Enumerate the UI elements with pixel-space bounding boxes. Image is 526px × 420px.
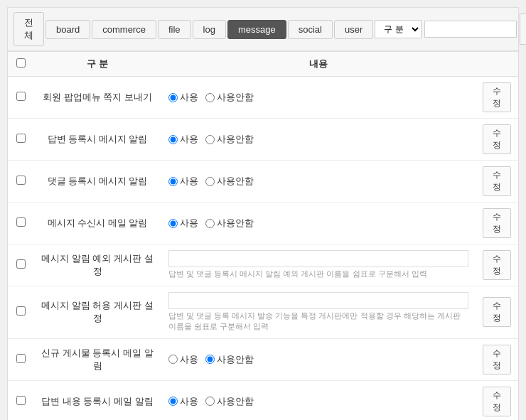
- table-row: 댓글 등록시 메시지 알림사용사용안함수정: [8, 161, 518, 203]
- edit-button-3[interactable]: 수정: [483, 208, 511, 238]
- radio-notuse-text-2: 사용안함: [217, 175, 254, 188]
- table-row: 답변 등록시 메시지 알림사용사용안함수정: [8, 119, 518, 161]
- row-content-5: 답변 및 댓글 등록 메시지 발송 기능을 특정 게시판에만 적용할 경우 해당…: [161, 286, 476, 339]
- radio-use-text-3: 사용: [180, 217, 198, 230]
- radio-use-6[interactable]: [168, 355, 178, 364]
- radio-use-0[interactable]: [168, 93, 178, 102]
- row-content-6: 사용사용안함: [161, 338, 476, 380]
- table-row: 답변 내용 등록시 메일 알림사용사용안함수정: [8, 380, 518, 420]
- row-label-2: 댓글 등록시 메시지 알림: [33, 161, 161, 203]
- row-checkbox-2[interactable]: [16, 176, 26, 185]
- radio-use-label-0: 사용: [168, 91, 198, 104]
- row-checkbox-5[interactable]: [16, 306, 26, 316]
- search-input[interactable]: [424, 21, 517, 38]
- settings-table: 구 분 내용 회원 팝업메뉴 쪽지 보내기사용사용안함수정답변 등록시 메시지 …: [8, 51, 518, 420]
- header-edit: [476, 52, 518, 77]
- row-label-7: 답변 내용 등록시 메일 알림: [33, 380, 161, 420]
- tab-log[interactable]: log: [193, 20, 226, 39]
- main-container: 전체 board commerce file log message socia…: [7, 7, 519, 420]
- row-label-1: 답변 등록시 메시지 알림: [33, 119, 161, 161]
- text-input-5[interactable]: [168, 292, 468, 309]
- row-content-1: 사용사용안함: [161, 119, 476, 161]
- text-input-4[interactable]: [168, 250, 468, 267]
- search-button[interactable]: 검색: [520, 14, 526, 45]
- radio-notuse-text-1: 사용안함: [217, 133, 254, 146]
- header-gubun: 구 분: [33, 52, 161, 77]
- row-label-0: 회원 팝업메뉴 쪽지 보내기: [33, 77, 161, 119]
- tab-commerce[interactable]: commerce: [92, 20, 156, 39]
- radio-notuse-0[interactable]: [205, 93, 215, 102]
- hint-text-5: 답변 및 댓글 등록 메시지 발송 기능을 특정 게시판에만 적용할 경우 해당…: [168, 311, 468, 333]
- radio-use-text-0: 사용: [180, 91, 198, 104]
- radio-notuse-text-0: 사용안함: [217, 91, 254, 104]
- radio-notuse-text-6: 사용안함: [217, 353, 254, 366]
- row-checkbox-7[interactable]: [16, 396, 26, 405]
- row-label-6: 신규 게시물 등록시 메일 알림: [33, 338, 161, 380]
- radio-notuse-text-7: 사용안함: [217, 395, 254, 408]
- tab-social[interactable]: social: [288, 20, 333, 39]
- row-content-2: 사용사용안함: [161, 161, 476, 203]
- row-content-0: 사용사용안함: [161, 77, 476, 119]
- radio-use-1[interactable]: [168, 135, 178, 144]
- table-row: 메시지 수신시 메일 알림사용사용안함수정: [8, 203, 518, 244]
- radio-use-label-1: 사용: [168, 133, 198, 146]
- search-select[interactable]: 구 분: [375, 20, 422, 38]
- radio-use-text-7: 사용: [180, 395, 198, 408]
- radio-notuse-7[interactable]: [205, 397, 215, 406]
- edit-button-4[interactable]: 수정: [483, 250, 511, 280]
- table-row: 메시지 알림 허용 게시판 설정답변 및 댓글 등록 메시지 발송 기능을 특정…: [8, 286, 518, 339]
- radio-notuse-6[interactable]: [205, 355, 215, 364]
- tab-message[interactable]: message: [227, 20, 286, 39]
- select-all-checkbox[interactable]: [16, 58, 26, 68]
- radio-notuse-label-7: 사용안함: [205, 395, 254, 408]
- radio-use-text-2: 사용: [180, 175, 198, 188]
- radio-notuse-3[interactable]: [205, 219, 215, 228]
- table-row: 메시지 알림 예외 게시판 설정답변 및 댓글 등록시 메시지 알림 예외 게시…: [8, 244, 518, 286]
- radio-use-label-3: 사용: [168, 217, 198, 230]
- hint-text-4: 답변 및 댓글 등록시 메시지 알림 예외 게시판 이름을 쉼표로 구분해서 입…: [168, 269, 468, 279]
- radio-use-7[interactable]: [168, 397, 178, 406]
- radio-notuse-label-1: 사용안함: [205, 133, 254, 146]
- radio-notuse-label-6: 사용안함: [205, 353, 254, 366]
- row-label-4: 메시지 알림 예외 게시판 설정: [33, 244, 161, 286]
- radio-use-2[interactable]: [168, 177, 178, 186]
- tab-user[interactable]: user: [334, 20, 373, 39]
- tab-board[interactable]: board: [45, 20, 90, 39]
- edit-button-6[interactable]: 수정: [483, 345, 511, 375]
- radio-use-text-1: 사용: [180, 133, 198, 146]
- row-checkbox-1[interactable]: [16, 134, 26, 143]
- radio-use-3[interactable]: [168, 219, 178, 228]
- edit-button-7[interactable]: 수정: [483, 387, 511, 416]
- edit-button-5[interactable]: 수정: [483, 297, 511, 327]
- edit-button-1[interactable]: 수정: [483, 124, 511, 154]
- radio-notuse-1[interactable]: [205, 135, 215, 144]
- tab-all[interactable]: 전체: [14, 12, 44, 46]
- search-area: 구 분 검색: [375, 14, 526, 45]
- header-content: 내용: [161, 52, 476, 77]
- edit-button-0[interactable]: 수정: [483, 82, 511, 112]
- row-checkbox-6[interactable]: [16, 354, 26, 363]
- row-checkbox-4[interactable]: [16, 259, 26, 269]
- radio-notuse-label-2: 사용안함: [205, 175, 254, 188]
- tab-file[interactable]: file: [158, 20, 191, 39]
- edit-button-2[interactable]: 수정: [483, 166, 511, 196]
- row-content-3: 사용사용안함: [161, 203, 476, 244]
- row-checkbox-0[interactable]: [16, 92, 26, 101]
- radio-notuse-label-3: 사용안함: [205, 217, 254, 230]
- radio-notuse-label-0: 사용안함: [205, 91, 254, 104]
- row-checkbox-3[interactable]: [16, 217, 26, 227]
- radio-notuse-text-3: 사용안함: [217, 217, 254, 230]
- radio-notuse-2[interactable]: [205, 177, 215, 186]
- header-check: [8, 52, 33, 77]
- table-row: 신규 게시물 등록시 메일 알림사용사용안함수정: [8, 338, 518, 380]
- radio-use-label-6: 사용: [168, 353, 198, 366]
- tab-bar: 전체 board commerce file log message socia…: [8, 8, 518, 51]
- row-content-7: 사용사용안함: [161, 380, 476, 420]
- table-row: 회원 팝업메뉴 쪽지 보내기사용사용안함수정: [8, 77, 518, 119]
- radio-use-label-2: 사용: [168, 175, 198, 188]
- row-label-5: 메시지 알림 허용 게시판 설정: [33, 286, 161, 339]
- radio-use-text-6: 사용: [180, 353, 198, 366]
- row-label-3: 메시지 수신시 메일 알림: [33, 203, 161, 244]
- radio-use-label-7: 사용: [168, 395, 198, 408]
- row-content-4: 답변 및 댓글 등록시 메시지 알림 예외 게시판 이름을 쉼표로 구분해서 입…: [161, 244, 476, 286]
